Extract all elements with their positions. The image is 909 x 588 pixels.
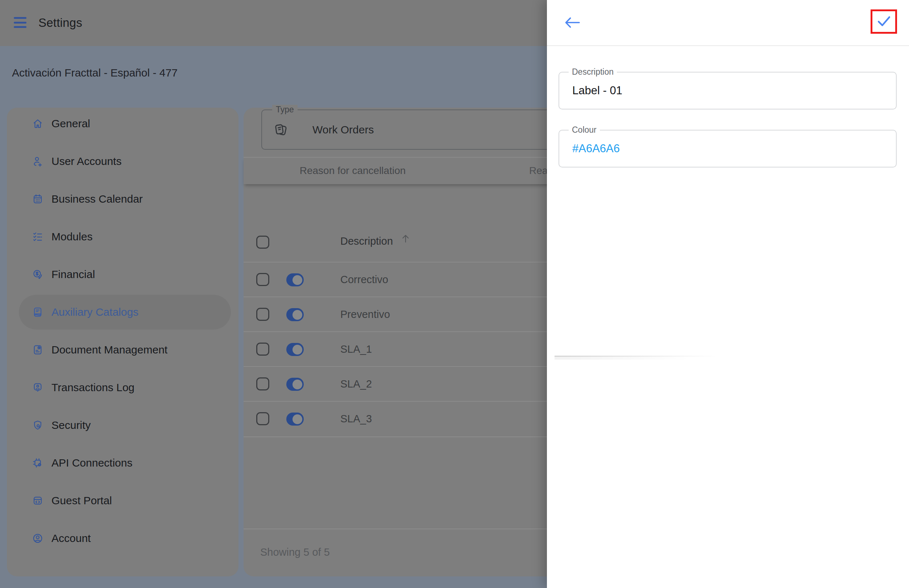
sidebar-item-account[interactable]: Account <box>7 522 239 554</box>
table-row-sla-2: SLA_2 <box>244 366 555 402</box>
screen: Settings Activación Fracttal - Español -… <box>0 0 909 588</box>
colour-field[interactable]: Colour #A6A6A6 <box>559 130 897 168</box>
sidebar-item-transactions-log[interactable]: Transactions Log <box>7 372 239 404</box>
financial-coin-icon <box>32 269 44 280</box>
table-row-preventivo: Preventivo <box>244 297 555 332</box>
document-clock-icon <box>32 344 44 355</box>
transactions-log-icon <box>32 382 44 393</box>
sidebar-item-business-calendar[interactable]: Business Calendar <box>7 183 239 215</box>
security-shield-icon <box>32 420 44 431</box>
description-field-value: Label - 01 <box>572 73 622 109</box>
sidebar-item-security[interactable]: Security <box>7 409 239 441</box>
detail-panel-header <box>547 0 909 46</box>
row-checkbox[interactable] <box>256 273 269 286</box>
user-plus-icon <box>32 155 44 167</box>
account-icon <box>32 533 44 544</box>
row-enabled-toggle[interactable] <box>286 412 304 426</box>
type-select-label: Type <box>272 105 297 115</box>
home-icon <box>32 118 44 129</box>
column-header-description: Description <box>340 235 393 247</box>
footer-divider <box>244 528 555 529</box>
hamburger-menu-icon[interactable] <box>14 17 26 29</box>
sidebar-item-document-management[interactable]: Document Management <box>7 334 239 366</box>
action-highlight-box <box>870 10 897 34</box>
sidebar-item-auxiliary-catalogs[interactable]: Auxiliary Catalogs <box>7 296 239 328</box>
sidebar-item-general[interactable]: General <box>7 108 239 140</box>
context-title: Activación Fracttal - Español - 477 <box>12 67 178 79</box>
sidebar-item-guest-portal[interactable]: Guest Portal <box>7 485 239 517</box>
type-select-value: Work Orders <box>312 110 374 149</box>
row-checkbox[interactable] <box>256 308 269 321</box>
row-enabled-toggle[interactable] <box>286 343 304 356</box>
page-title: Settings <box>39 16 82 30</box>
row-enabled-toggle[interactable] <box>286 378 304 391</box>
sidebar-item-user-accounts[interactable]: User Accounts <box>7 145 239 177</box>
table-row-correctivo: Correctivo <box>244 262 555 297</box>
row-checkbox[interactable] <box>256 377 269 391</box>
calendar-icon <box>32 193 44 205</box>
row-checkbox[interactable] <box>256 412 269 425</box>
catalog-book-icon <box>32 306 44 318</box>
colour-field-value: #A6A6A6 <box>572 131 620 167</box>
pagination-status: Showing 5 of 5 <box>260 546 330 558</box>
save-check-button[interactable] <box>876 14 892 29</box>
table-row-sla-1: SLA_1 <box>244 331 555 367</box>
tags-icon <box>273 122 289 138</box>
tab-bar: Reason for cancellation Reas <box>244 157 555 184</box>
label-detail-panel: Description Label - 01 Colour #A6A6A6 <box>547 0 909 588</box>
table-row-sla-3: SLA_3 <box>244 401 555 437</box>
row-enabled-toggle[interactable] <box>286 273 304 286</box>
type-select[interactable]: Type Work Orders <box>261 110 559 150</box>
description-field[interactable]: Description Label - 01 <box>559 72 897 110</box>
sidebar-item-modules[interactable]: Modules <box>7 221 239 253</box>
sidebar-item-financial[interactable]: Financial <box>7 258 239 291</box>
back-arrow-icon[interactable] <box>565 17 580 29</box>
row-checkbox[interactable] <box>256 342 269 355</box>
select-all-checkbox[interactable] <box>256 236 269 249</box>
settings-sidebar: General User Accounts Business Calendar … <box>7 108 239 577</box>
top-app-bar: Settings <box>0 0 547 46</box>
row-enabled-toggle[interactable] <box>286 308 304 321</box>
sort-asc-icon[interactable] <box>400 233 411 244</box>
sidebar-item-api-connections[interactable]: API Connections <box>7 447 239 479</box>
checklist-icon <box>32 231 44 242</box>
section-divider-shadow <box>555 356 707 360</box>
api-chip-icon <box>32 457 44 469</box>
auxiliary-catalogs-card: Type Work Orders Reason for cancellation… <box>244 108 555 577</box>
tab-reason-for-cancellation[interactable]: Reason for cancellation <box>289 158 416 183</box>
guest-portal-icon <box>32 495 44 506</box>
